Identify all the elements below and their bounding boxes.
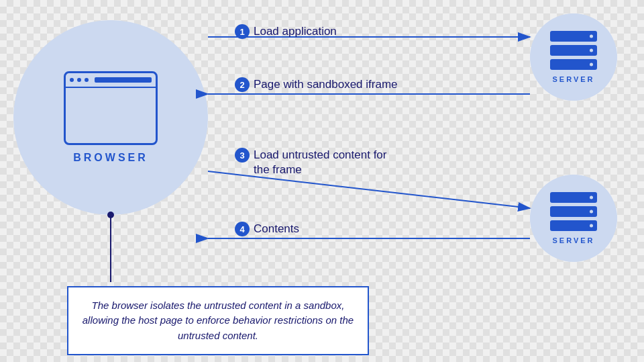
server-plate-4 xyxy=(550,192,597,203)
server-label-bottom: SERVER xyxy=(552,236,594,244)
step-2-number: 2 xyxy=(235,77,250,92)
step-4-number: 4 xyxy=(235,222,250,236)
browser-icon xyxy=(64,71,158,145)
browser-label: BROWSER xyxy=(73,152,148,164)
server-stack-top xyxy=(550,31,597,70)
diagram-container: BROWSER SERVER SERVER xyxy=(0,0,644,362)
step-1-label: Load application xyxy=(254,24,337,39)
step-1: 1 Load application xyxy=(235,24,337,39)
server-label-top: SERVER xyxy=(552,75,594,83)
server-circle-bottom: SERVER xyxy=(530,175,617,262)
step-3-label: Load untrusted content for the frame xyxy=(254,148,396,177)
browser-circle: BROWSER xyxy=(13,20,208,215)
step-4-label: Contents xyxy=(254,222,299,236)
server-plate-3 xyxy=(550,59,597,70)
step-3: 3 Load untrusted content for the frame xyxy=(235,148,396,177)
server-stack-bottom xyxy=(550,192,597,231)
server-plate-6 xyxy=(550,220,597,231)
server-circle-top: SERVER xyxy=(530,13,617,101)
server-plate-5 xyxy=(550,206,597,217)
callout-text: The browser isolates the untrusted conte… xyxy=(82,298,354,344)
browser-dot-3 xyxy=(85,78,89,82)
step-4: 4 Contents xyxy=(235,222,299,236)
callout-box: The browser isolates the untrusted conte… xyxy=(67,286,369,356)
step-1-number: 1 xyxy=(235,24,250,39)
step-2: 2 Page with sandboxed iframe xyxy=(235,77,398,92)
step-2-label: Page with sandboxed iframe xyxy=(254,77,398,92)
server-plate-2 xyxy=(550,45,597,56)
step-3-number: 3 xyxy=(235,148,250,163)
server-plate-1 xyxy=(550,31,597,42)
browser-dot-1 xyxy=(70,78,74,82)
browser-addressbar xyxy=(95,77,152,83)
browser-dot-2 xyxy=(77,78,81,82)
